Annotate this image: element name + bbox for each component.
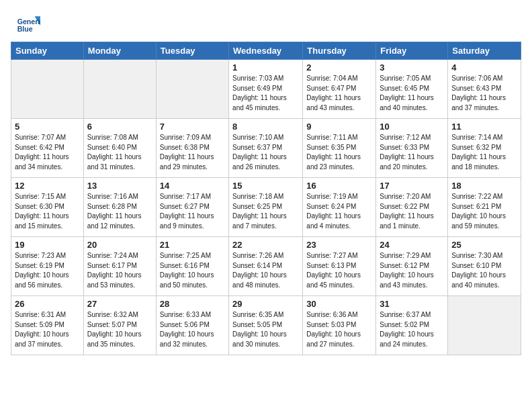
- day-number: 28: [160, 299, 225, 309]
- calendar-cell: 19Sunrise: 7:23 AM Sunset: 6:19 PM Dayli…: [11, 237, 84, 296]
- day-info: Sunrise: 7:18 AM Sunset: 6:25 PM Dayligh…: [232, 192, 299, 231]
- day-info: Sunrise: 6:32 AM Sunset: 5:07 PM Dayligh…: [87, 310, 152, 349]
- calendar-cell: 12Sunrise: 7:15 AM Sunset: 6:30 PM Dayli…: [11, 178, 84, 237]
- calendar-week-2: 5Sunrise: 7:07 AM Sunset: 6:42 PM Daylig…: [11, 119, 521, 178]
- calendar-cell: [156, 60, 228, 119]
- calendar-cell: [448, 296, 521, 355]
- day-info: Sunrise: 7:11 AM Sunset: 6:35 PM Dayligh…: [306, 133, 372, 172]
- day-info: Sunrise: 7:30 AM Sunset: 6:10 PM Dayligh…: [451, 251, 517, 290]
- calendar-week-5: 26Sunrise: 6:31 AM Sunset: 5:09 PM Dayli…: [11, 296, 521, 355]
- day-info: Sunrise: 7:14 AM Sunset: 6:32 PM Dayligh…: [451, 133, 517, 172]
- calendar-cell: 26Sunrise: 6:31 AM Sunset: 5:09 PM Dayli…: [11, 296, 84, 355]
- day-number: 2: [306, 62, 372, 73]
- calendar-cell: 8Sunrise: 7:10 AM Sunset: 6:37 PM Daylig…: [229, 119, 303, 178]
- day-info: Sunrise: 7:24 AM Sunset: 6:17 PM Dayligh…: [87, 251, 152, 290]
- day-info: Sunrise: 7:26 AM Sunset: 6:14 PM Dayligh…: [232, 251, 299, 290]
- day-header-monday: Monday: [83, 42, 156, 60]
- calendar-cell: 5Sunrise: 7:07 AM Sunset: 6:42 PM Daylig…: [11, 119, 84, 178]
- day-number: 27: [87, 299, 152, 309]
- day-info: Sunrise: 7:04 AM Sunset: 6:47 PM Dayligh…: [306, 74, 372, 113]
- day-info: Sunrise: 7:03 AM Sunset: 6:49 PM Dayligh…: [232, 74, 299, 113]
- day-number: 25: [451, 240, 517, 250]
- calendar-cell: 9Sunrise: 7:11 AM Sunset: 6:35 PM Daylig…: [303, 119, 376, 178]
- day-info: Sunrise: 7:25 AM Sunset: 6:16 PM Dayligh…: [160, 251, 225, 290]
- calendar-cell: 23Sunrise: 7:27 AM Sunset: 6:13 PM Dayli…: [303, 237, 376, 296]
- calendar-cell: 21Sunrise: 7:25 AM Sunset: 6:16 PM Dayli…: [156, 237, 228, 296]
- day-number: 17: [380, 181, 444, 191]
- day-number: 24: [380, 240, 444, 250]
- day-info: Sunrise: 6:31 AM Sunset: 5:09 PM Dayligh…: [15, 310, 80, 349]
- day-info: Sunrise: 7:07 AM Sunset: 6:42 PM Dayligh…: [15, 133, 80, 172]
- day-header-friday: Friday: [376, 42, 448, 60]
- calendar-cell: 25Sunrise: 7:30 AM Sunset: 6:10 PM Dayli…: [448, 237, 521, 296]
- day-number: 13: [87, 181, 152, 191]
- day-info: Sunrise: 7:08 AM Sunset: 6:40 PM Dayligh…: [87, 133, 152, 172]
- calendar-cell: [83, 60, 156, 119]
- svg-text:Blue: Blue: [17, 25, 33, 33]
- calendar-cell: 22Sunrise: 7:26 AM Sunset: 6:14 PM Dayli…: [229, 237, 303, 296]
- day-info: Sunrise: 6:37 AM Sunset: 5:02 PM Dayligh…: [380, 310, 444, 349]
- day-number: 26: [15, 299, 80, 309]
- day-number: 1: [232, 62, 299, 73]
- day-number: 10: [380, 122, 444, 132]
- day-info: Sunrise: 7:17 AM Sunset: 6:27 PM Dayligh…: [160, 192, 225, 231]
- calendar-cell: 2Sunrise: 7:04 AM Sunset: 6:47 PM Daylig…: [303, 60, 376, 119]
- header: General Blue: [0, 0, 532, 42]
- day-number: 19: [15, 240, 80, 250]
- calendar-cell: 4Sunrise: 7:06 AM Sunset: 6:43 PM Daylig…: [448, 60, 521, 119]
- calendar-cell: 13Sunrise: 7:16 AM Sunset: 6:28 PM Dayli…: [83, 178, 156, 237]
- day-number: 8: [232, 122, 299, 132]
- calendar-cell: 29Sunrise: 6:35 AM Sunset: 5:05 PM Dayli…: [229, 296, 303, 355]
- day-number: 12: [15, 181, 80, 191]
- day-number: 9: [306, 122, 372, 132]
- calendar-cell: 15Sunrise: 7:18 AM Sunset: 6:25 PM Dayli…: [229, 178, 303, 237]
- day-header-sunday: Sunday: [11, 42, 84, 60]
- day-header-thursday: Thursday: [303, 42, 376, 60]
- logo-icon: General Blue: [16, 12, 40, 36]
- calendar-cell: 18Sunrise: 7:22 AM Sunset: 6:21 PM Dayli…: [448, 178, 521, 237]
- day-info: Sunrise: 6:35 AM Sunset: 5:05 PM Dayligh…: [232, 310, 299, 349]
- calendar-cell: 31Sunrise: 6:37 AM Sunset: 5:02 PM Dayli…: [376, 296, 448, 355]
- calendar-week-1: 1Sunrise: 7:03 AM Sunset: 6:49 PM Daylig…: [11, 60, 521, 119]
- day-number: 7: [160, 122, 225, 132]
- day-info: Sunrise: 7:16 AM Sunset: 6:28 PM Dayligh…: [87, 192, 152, 231]
- day-number: 22: [232, 240, 299, 250]
- calendar-week-3: 12Sunrise: 7:15 AM Sunset: 6:30 PM Dayli…: [11, 178, 521, 237]
- day-info: Sunrise: 7:05 AM Sunset: 6:45 PM Dayligh…: [380, 74, 444, 113]
- day-info: Sunrise: 7:06 AM Sunset: 6:43 PM Dayligh…: [451, 74, 517, 113]
- day-number: 31: [380, 299, 444, 309]
- day-number: 23: [306, 240, 372, 250]
- calendar-week-4: 19Sunrise: 7:23 AM Sunset: 6:19 PM Dayli…: [11, 237, 521, 296]
- calendar-cell: 28Sunrise: 6:33 AM Sunset: 5:06 PM Dayli…: [156, 296, 228, 355]
- day-header-tuesday: Tuesday: [156, 42, 228, 60]
- day-header-wednesday: Wednesday: [229, 42, 303, 60]
- calendar-cell: 1Sunrise: 7:03 AM Sunset: 6:49 PM Daylig…: [229, 60, 303, 119]
- calendar-cell: [11, 60, 84, 119]
- day-info: Sunrise: 7:09 AM Sunset: 6:38 PM Dayligh…: [160, 133, 225, 172]
- day-number: 11: [451, 122, 517, 132]
- day-info: Sunrise: 7:10 AM Sunset: 6:37 PM Dayligh…: [232, 133, 299, 172]
- calendar-cell: 7Sunrise: 7:09 AM Sunset: 6:38 PM Daylig…: [156, 119, 228, 178]
- calendar-cell: 20Sunrise: 7:24 AM Sunset: 6:17 PM Dayli…: [83, 237, 156, 296]
- day-header-saturday: Saturday: [448, 42, 521, 60]
- calendar-header-row: SundayMondayTuesdayWednesdayThursdayFrid…: [11, 42, 521, 60]
- day-number: 4: [451, 62, 517, 73]
- day-number: 18: [451, 181, 517, 191]
- calendar-cell: 10Sunrise: 7:12 AM Sunset: 6:33 PM Dayli…: [376, 119, 448, 178]
- day-number: 15: [232, 181, 299, 191]
- day-number: 29: [232, 299, 299, 309]
- day-number: 30: [306, 299, 372, 309]
- calendar-cell: 11Sunrise: 7:14 AM Sunset: 6:32 PM Dayli…: [448, 119, 521, 178]
- calendar-cell: 17Sunrise: 7:20 AM Sunset: 6:22 PM Dayli…: [376, 178, 448, 237]
- day-number: 20: [87, 240, 152, 250]
- day-number: 16: [306, 181, 372, 191]
- day-info: Sunrise: 7:23 AM Sunset: 6:19 PM Dayligh…: [15, 251, 80, 290]
- day-number: 3: [380, 62, 444, 73]
- day-info: Sunrise: 7:29 AM Sunset: 6:12 PM Dayligh…: [380, 251, 444, 290]
- day-number: 6: [87, 122, 152, 132]
- calendar-cell: 6Sunrise: 7:08 AM Sunset: 6:40 PM Daylig…: [83, 119, 156, 178]
- page-wrapper: General Blue SundayMondayTuesdayWednesda…: [0, 0, 532, 355]
- day-number: 21: [160, 240, 225, 250]
- day-info: Sunrise: 7:15 AM Sunset: 6:30 PM Dayligh…: [15, 192, 80, 231]
- day-info: Sunrise: 7:19 AM Sunset: 6:24 PM Dayligh…: [306, 192, 372, 231]
